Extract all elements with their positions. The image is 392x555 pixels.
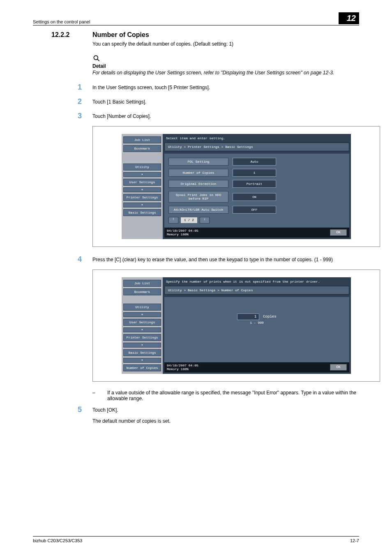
printer-settings-tab[interactable]: Printer Settings — [123, 334, 161, 341]
closing-text: The default number of copies is set. — [92, 418, 359, 424]
detail-label: Detail — [92, 63, 359, 69]
auto-switch-button[interactable]: A4/A3⇔LTR/LGR Auto Switch — [168, 206, 228, 214]
chevron-down-icon: ▾ — [123, 343, 161, 348]
step-number: 2 — [33, 97, 92, 106]
magnifier-icon — [92, 54, 101, 62]
status-datetime: 04/10/2007 04:05 Memory 100% — [167, 364, 198, 371]
step-text: In the User Settings screen, touch [5 Pr… — [92, 83, 359, 92]
step-text: Press the [C] (clear) key to erase the v… — [92, 255, 359, 264]
footer-page: 12-7 — [350, 538, 359, 543]
chevron-down-icon: ▾ — [123, 312, 161, 317]
bookmark-button[interactable]: Bookmark — [123, 145, 161, 152]
chevron-down-icon: ▾ — [123, 203, 161, 207]
original-direction-value: Portrait — [233, 180, 276, 188]
step-number: 5 — [33, 405, 92, 414]
original-direction-button[interactable]: Original Direction — [168, 180, 228, 188]
screenshot-basic-settings: Job List Bookmark Utility ▾ User Setting… — [92, 126, 380, 247]
footer-model: bizhub C203/C253/C353 — [33, 538, 82, 543]
svg-point-0 — [94, 55, 98, 60]
section-intro: You can specify the default number of co… — [92, 41, 359, 47]
breadcrumb: Utility > Basic Settings > Number of Cop… — [164, 286, 349, 295]
page-indicator: 1 / 2 — [181, 217, 197, 223]
status-datetime: 04/10/2007 04:05 Memory 100% — [167, 229, 198, 236]
user-settings-tab[interactable]: User Settings — [123, 319, 161, 326]
copies-input[interactable]: 1 — [237, 313, 259, 320]
basic-settings-tab[interactable]: Basic Settings — [123, 349, 161, 356]
copies-range: 1 - 999 — [168, 321, 345, 325]
utility-tab[interactable]: Utility — [123, 164, 161, 170]
step-text: Touch [OK]. — [92, 405, 359, 414]
step-text: Touch [Number of Copies]. — [92, 112, 359, 120]
job-list-button[interactable]: Job List — [123, 136, 161, 143]
page-down-button[interactable]: ↓ — [200, 217, 210, 223]
running-header: Settings on the control panel — [33, 19, 90, 24]
screen-instruction: Specify the number of prints when it is … — [163, 277, 351, 286]
number-of-copies-button[interactable]: Number of Copies — [168, 169, 228, 177]
svg-line-1 — [97, 59, 99, 61]
copies-label: Copies — [263, 315, 276, 319]
section-number: 12.2.2 — [33, 31, 92, 39]
bookmark-button[interactable]: Bookmark — [123, 288, 161, 295]
ok-button[interactable]: OK — [330, 364, 347, 371]
step-note: If a value outside of the allowable rang… — [107, 390, 359, 401]
chevron-down-icon: ▾ — [123, 327, 161, 332]
printer-settings-tab[interactable]: Printer Settings — [123, 194, 161, 201]
screen-instruction: Select item and enter setting. — [163, 134, 351, 143]
bullet-dash: – — [33, 390, 107, 401]
chevron-down-icon: ▾ — [123, 172, 161, 177]
page-up-button[interactable]: ↑ — [168, 217, 178, 223]
screenshot-number-of-copies: Job List Bookmark Utility ▾ User Setting… — [92, 269, 380, 382]
spool-value: ON — [233, 193, 276, 201]
detail-text: For details on displaying the User Setti… — [92, 70, 359, 76]
section-title: Number of Copies — [92, 31, 149, 39]
basic-settings-tab[interactable]: Basic Settings — [123, 209, 161, 216]
chevron-down-icon: ▾ — [123, 187, 161, 192]
step-text: Touch [1 Basic Settings]. — [92, 97, 359, 106]
ok-button[interactable]: OK — [330, 229, 347, 236]
pdl-value: Auto — [233, 158, 276, 166]
step-number: 3 — [33, 112, 92, 120]
auto-switch-value: OFF — [233, 206, 276, 214]
chevron-down-icon: ▾ — [123, 358, 161, 363]
number-of-copies-value: 1 — [233, 169, 276, 177]
step-number: 4 — [33, 255, 92, 264]
user-settings-tab[interactable]: User Settings — [123, 179, 161, 186]
job-list-button[interactable]: Job List — [123, 280, 161, 287]
number-of-copies-tab[interactable]: Number of Copies — [123, 364, 161, 371]
chapter-number-badge: 12 — [339, 12, 359, 24]
pdl-setting-button[interactable]: PDL Setting — [168, 158, 228, 166]
step-number: 1 — [33, 83, 92, 92]
utility-tab[interactable]: Utility — [123, 304, 161, 311]
spool-button[interactable]: Spool Print Jobs in HDD before RIP — [168, 191, 228, 203]
breadcrumb: Utility > Printer Settings > Basic Setti… — [164, 143, 349, 151]
